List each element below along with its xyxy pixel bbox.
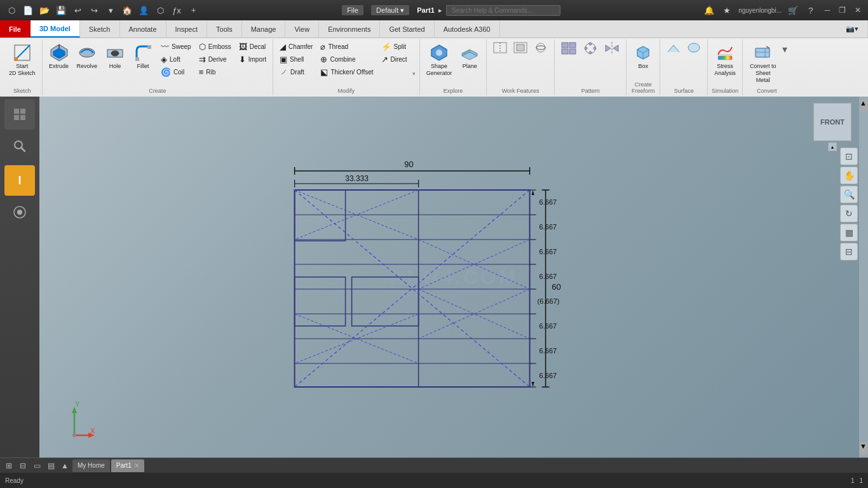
hole-btn[interactable]: Hole <box>102 41 128 72</box>
import-btn[interactable]: ⬇ Import <box>236 53 269 65</box>
view-cube-nav-up[interactable]: ▲ <box>828 142 837 151</box>
view-cube[interactable]: FRONT ▲ <box>807 103 858 154</box>
draft-btn[interactable]: ⟋ Draft <box>277 66 315 78</box>
undo-btn[interactable]: ↩ <box>71 4 84 17</box>
orbit-btn[interactable]: ↻ <box>840 205 858 222</box>
surf-revolve-btn[interactable] <box>684 41 703 55</box>
tab-annotate[interactable]: Annotate <box>120 20 166 37</box>
zoom-fit-btn[interactable]: ⊡ <box>840 147 858 165</box>
pan-btn[interactable]: ✋ <box>840 166 858 184</box>
shape-generator-btn[interactable]: ShapeGenerator <box>424 41 455 79</box>
thread-btn[interactable]: ⌀ Thread <box>318 41 376 53</box>
tab-manage[interactable]: Manage <box>242 20 286 37</box>
derive-btn[interactable]: ⇉ Derive <box>196 53 234 65</box>
open-btn[interactable]: 📂 <box>38 4 51 17</box>
close-btn[interactable]: ✕ <box>853 5 863 15</box>
tab-inspect[interactable]: Inspect <box>166 20 207 37</box>
extrude-btn[interactable]: Extrude <box>46 41 72 72</box>
coil-btn[interactable]: 🌀 Coil <box>158 66 194 78</box>
modify-more[interactable]: ▾ <box>412 71 416 77</box>
workaxis-btn[interactable] <box>511 41 530 55</box>
chamfer-btn[interactable]: ◢ Chamfer <box>277 41 315 53</box>
sidebar-search[interactable] <box>4 131 35 161</box>
add-btn[interactable]: ＋ <box>187 4 200 17</box>
tab-tile-icon[interactable]: ⊟ <box>17 459 29 472</box>
scroll-down[interactable]: ▼ <box>860 442 867 455</box>
zoom-btn[interactable]: 🔍 <box>840 186 858 203</box>
tab-up-icon[interactable]: ▲ <box>58 459 71 472</box>
tab-environments[interactable]: Environments <box>319 20 380 37</box>
notification-icon[interactable]: 🔔 <box>703 4 715 17</box>
combine-btn[interactable]: ⊕ Combine <box>318 53 376 65</box>
thickenoffset-btn[interactable]: ⬕ Thicken/ Offset <box>318 66 376 78</box>
decal-btn[interactable]: 🖼 Decal <box>236 41 269 53</box>
tab-part1-close[interactable]: ✕ <box>134 462 139 469</box>
start-icon[interactable]: ⬡ <box>5 4 18 17</box>
emboss-btn[interactable]: ⬡ Emboss <box>196 41 234 53</box>
scrollbar-vertical[interactable]: ▲ ▼ <box>859 97 868 458</box>
split-btn[interactable]: ⚡ Split <box>379 41 410 53</box>
workplane-btn[interactable] <box>531 41 550 55</box>
workspace-btn[interactable]: ⬡ <box>154 4 166 17</box>
svg-point-2 <box>14 57 18 61</box>
shell-btn[interactable]: ▣ Shell <box>277 53 315 65</box>
tab-3dmodel[interactable]: 3D Model <box>31 20 80 37</box>
plane-btn[interactable]: Plane <box>457 41 482 72</box>
tab-horiz-icon[interactable]: ▭ <box>31 459 43 472</box>
sidebar-chrome[interactable] <box>4 197 35 227</box>
rib-btn[interactable]: ≡ Rib <box>196 66 234 78</box>
stress-analysis-btn[interactable]: StressAnalysis <box>712 41 738 79</box>
svg-text:60: 60 <box>552 282 560 292</box>
svg-point-27 <box>589 43 592 45</box>
box-btn[interactable]: Box <box>630 41 656 72</box>
surf-extrude-btn[interactable] <box>664 41 683 55</box>
appearance-btn[interactable]: ▦ <box>840 224 858 241</box>
tab-view[interactable]: View <box>285 20 319 37</box>
sidebar-model-browser[interactable] <box>4 99 35 130</box>
tab-getstarted[interactable]: Get Started <box>380 20 434 37</box>
help-icon[interactable]: ? <box>804 4 817 17</box>
view-cube-front[interactable]: FRONT <box>813 103 851 141</box>
profile-btn[interactable]: 👤 <box>137 4 150 17</box>
tab-part1[interactable]: Part1 ✕ <box>111 459 144 472</box>
restore-btn[interactable]: ❐ <box>837 5 848 15</box>
loft-btn[interactable]: ◈ Loft <box>158 53 194 65</box>
cart-icon[interactable]: 🛒 <box>787 4 799 17</box>
titlebar-right: 🔔 ★ nguyenlongbi... 🛒 ? ─ ❐ ✕ <box>703 4 863 17</box>
full-nav-btn[interactable]: ⊟ <box>840 243 858 261</box>
tab-a360[interactable]: Autodesk A360 <box>435 20 500 37</box>
tab-vert-icon[interactable]: ▤ <box>44 459 57 472</box>
tab-myhome[interactable]: My Home <box>72 459 110 472</box>
scroll-up[interactable]: ▲ <box>860 99 867 112</box>
workpoint-btn[interactable] <box>491 41 510 55</box>
star-icon[interactable]: ★ <box>721 4 733 17</box>
direct-btn[interactable]: ↗ Direct <box>379 53 410 65</box>
convert-sheetmetal-btn[interactable]: Convert toSheet Metal <box>747 41 780 85</box>
tab-file[interactable]: File <box>0 20 31 37</box>
convert-dropdown[interactable]: ▾ <box>782 43 787 55</box>
tab-tools[interactable]: Tools <box>207 20 242 37</box>
mirror-btn[interactable] <box>602 41 622 56</box>
redo-btn[interactable]: ↪ <box>88 4 100 17</box>
options-btn[interactable]: ▾ <box>104 4 117 17</box>
fx-btn[interactable]: ƒx <box>170 4 183 17</box>
minimize-btn[interactable]: ─ <box>822 5 832 15</box>
search-input[interactable] <box>446 5 560 16</box>
save-btn[interactable]: 💾 <box>55 4 67 17</box>
dropdown-generic[interactable]: File <box>342 5 363 15</box>
svg-point-30 <box>585 47 587 50</box>
circ-pattern-btn[interactable] <box>580 41 600 56</box>
new-btn[interactable]: 📄 <box>22 4 34 17</box>
fillet-btn[interactable]: Fillet <box>130 41 156 72</box>
start-2d-sketch-btn[interactable]: Start2D Sketch <box>6 41 38 79</box>
rect-pattern-btn[interactable] <box>559 41 579 56</box>
group-sketch-label: Sketch <box>3 88 42 94</box>
sidebar-inventor-logo[interactable]: I <box>4 165 35 196</box>
home-btn[interactable]: 🏠 <box>121 4 133 17</box>
dropdown-default[interactable]: Default ▾ <box>371 5 409 15</box>
tab-camera[interactable]: 📷▾ <box>837 20 868 37</box>
revolve-btn[interactable]: Revolve <box>74 41 100 72</box>
sweep-btn[interactable]: 〰 Sweep <box>158 41 194 53</box>
tab-sketch[interactable]: Sketch <box>80 20 120 37</box>
tab-new-icon[interactable]: ⊞ <box>3 459 15 472</box>
